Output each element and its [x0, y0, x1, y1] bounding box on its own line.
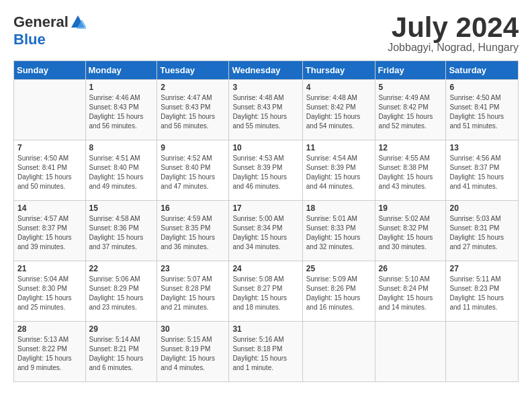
day-number: 15 — [89, 203, 154, 213]
daylight-text: Daylight: 15 hours and 56 minutes. — [89, 112, 154, 131]
col-saturday: Saturday — [446, 61, 519, 80]
day-number: 18 — [306, 203, 371, 213]
daylight-text: Daylight: 15 hours and 54 minutes. — [306, 112, 371, 131]
day-detail: Sunrise: 5:14 AM Sunset: 8:21 PM Dayligh… — [89, 335, 154, 373]
sunset-text: Sunset: 8:19 PM — [161, 345, 225, 354]
day-number: 31 — [232, 324, 298, 334]
sunset-text: Sunset: 8:43 PM — [89, 103, 154, 112]
day-detail: Sunrise: 4:54 AM Sunset: 8:39 PM Dayligh… — [306, 154, 371, 191]
day-number: 12 — [379, 143, 443, 152]
day-detail: Sunrise: 5:09 AM Sunset: 8:26 PM Dayligh… — [306, 275, 371, 312]
sunset-text: Sunset: 8:38 PM — [379, 163, 443, 173]
table-cell — [446, 322, 519, 382]
sunset-text: Sunset: 8:27 PM — [232, 284, 298, 293]
table-cell: 8 Sunrise: 4:51 AM Sunset: 8:40 PM Dayli… — [85, 140, 157, 201]
day-detail: Sunrise: 5:10 AM Sunset: 8:24 PM Dayligh… — [379, 275, 443, 312]
daylight-text: Daylight: 15 hours and 56 minutes. — [161, 112, 225, 131]
table-cell: 31 Sunrise: 5:16 AM Sunset: 8:18 PM Dayl… — [229, 322, 302, 382]
day-detail: Sunrise: 4:50 AM Sunset: 8:41 PM Dayligh… — [449, 93, 515, 131]
day-detail: Sunrise: 4:48 AM Sunset: 8:42 PM Dayligh… — [306, 93, 371, 131]
sunrise-text: Sunrise: 5:02 AM — [379, 214, 443, 224]
month-title: July 2024 — [388, 13, 519, 42]
day-number: 5 — [379, 83, 443, 92]
day-number: 29 — [89, 324, 154, 334]
sunset-text: Sunset: 8:28 PM — [161, 284, 225, 293]
day-detail: Sunrise: 4:55 AM Sunset: 8:38 PM Dayligh… — [379, 154, 443, 191]
page: General Blue July 2024 Jobbagyi, Nograd,… — [0, 0, 532, 396]
table-cell: 11 Sunrise: 4:54 AM Sunset: 8:39 PM Dayl… — [302, 140, 375, 201]
day-detail: Sunrise: 4:57 AM Sunset: 8:37 PM Dayligh… — [17, 214, 82, 252]
day-detail: Sunrise: 5:13 AM Sunset: 8:22 PM Dayligh… — [17, 335, 82, 373]
calendar-table: Sunday Monday Tuesday Wednesday Thursday… — [13, 60, 519, 382]
sunset-text: Sunset: 8:41 PM — [449, 103, 515, 112]
sunrise-text: Sunrise: 5:16 AM — [232, 335, 298, 345]
table-cell: 28 Sunrise: 5:13 AM Sunset: 8:22 PM Dayl… — [14, 322, 86, 382]
table-cell: 1 Sunrise: 4:46 AM Sunset: 8:43 PM Dayli… — [85, 80, 157, 140]
sunset-text: Sunset: 8:29 PM — [89, 284, 154, 293]
day-number: 22 — [89, 264, 154, 273]
day-detail: Sunrise: 4:52 AM Sunset: 8:40 PM Dayligh… — [161, 154, 225, 191]
sunrise-text: Sunrise: 4:52 AM — [161, 154, 225, 163]
sunrise-text: Sunrise: 5:01 AM — [306, 214, 371, 224]
daylight-text: Daylight: 15 hours and 30 minutes. — [379, 233, 443, 252]
day-detail: Sunrise: 4:59 AM Sunset: 8:35 PM Dayligh… — [161, 214, 225, 252]
sunset-text: Sunset: 8:40 PM — [89, 163, 154, 173]
table-cell — [302, 322, 375, 382]
daylight-text: Daylight: 15 hours and 32 minutes. — [306, 233, 371, 252]
table-cell: 9 Sunrise: 4:52 AM Sunset: 8:40 PM Dayli… — [157, 140, 229, 201]
day-number: 21 — [17, 264, 82, 273]
table-cell: 18 Sunrise: 5:01 AM Sunset: 8:33 PM Dayl… — [302, 201, 375, 261]
sunrise-text: Sunrise: 4:55 AM — [379, 154, 443, 163]
daylight-text: Daylight: 15 hours and 49 minutes. — [89, 173, 154, 191]
day-number: 4 — [306, 83, 371, 92]
table-cell: 30 Sunrise: 5:15 AM Sunset: 8:19 PM Dayl… — [157, 322, 229, 382]
day-number: 19 — [379, 203, 443, 213]
sunset-text: Sunset: 8:41 PM — [17, 163, 82, 173]
table-cell: 16 Sunrise: 4:59 AM Sunset: 8:35 PM Dayl… — [157, 201, 229, 261]
table-cell: 2 Sunrise: 4:47 AM Sunset: 8:43 PM Dayli… — [157, 80, 229, 140]
sunrise-text: Sunrise: 4:46 AM — [89, 93, 154, 103]
table-cell: 20 Sunrise: 5:03 AM Sunset: 8:31 PM Dayl… — [446, 201, 519, 261]
table-cell: 19 Sunrise: 5:02 AM Sunset: 8:32 PM Dayl… — [375, 201, 446, 261]
sunset-text: Sunset: 8:42 PM — [379, 103, 443, 112]
daylight-text: Daylight: 15 hours and 25 minutes. — [17, 293, 82, 312]
day-detail: Sunrise: 4:48 AM Sunset: 8:43 PM Dayligh… — [232, 93, 298, 131]
sunrise-text: Sunrise: 4:59 AM — [161, 214, 225, 224]
sunrise-text: Sunrise: 5:03 AM — [449, 214, 515, 224]
day-detail: Sunrise: 5:04 AM Sunset: 8:30 PM Dayligh… — [17, 275, 82, 312]
day-number: 30 — [161, 324, 225, 334]
day-detail: Sunrise: 5:15 AM Sunset: 8:19 PM Dayligh… — [161, 335, 225, 373]
day-number: 7 — [17, 143, 82, 152]
sunrise-text: Sunrise: 5:15 AM — [161, 335, 225, 345]
day-detail: Sunrise: 4:47 AM Sunset: 8:43 PM Dayligh… — [161, 93, 225, 131]
location-subtitle: Jobbagyi, Nograd, Hungary — [388, 42, 519, 54]
day-number: 13 — [449, 143, 515, 152]
sunset-text: Sunset: 8:39 PM — [306, 163, 371, 173]
sunrise-text: Sunrise: 5:04 AM — [17, 275, 82, 284]
sunrise-text: Sunrise: 5:08 AM — [232, 275, 298, 284]
logo-icon — [70, 14, 86, 30]
day-detail: Sunrise: 5:07 AM Sunset: 8:28 PM Dayligh… — [161, 275, 225, 312]
table-cell: 29 Sunrise: 5:14 AM Sunset: 8:21 PM Dayl… — [85, 322, 157, 382]
sunset-text: Sunset: 8:24 PM — [379, 284, 443, 293]
sunrise-text: Sunrise: 4:58 AM — [89, 214, 154, 224]
col-thursday: Thursday — [302, 61, 375, 80]
table-cell: 26 Sunrise: 5:10 AM Sunset: 8:24 PM Dayl… — [375, 261, 446, 322]
sunrise-text: Sunrise: 5:06 AM — [89, 275, 154, 284]
sunset-text: Sunset: 8:30 PM — [17, 284, 82, 293]
table-row: 1 Sunrise: 4:46 AM Sunset: 8:43 PM Dayli… — [14, 80, 519, 140]
sunrise-text: Sunrise: 4:49 AM — [379, 93, 443, 103]
table-cell: 13 Sunrise: 4:56 AM Sunset: 8:37 PM Dayl… — [446, 140, 519, 201]
sunrise-text: Sunrise: 4:56 AM — [449, 154, 515, 163]
daylight-text: Daylight: 15 hours and 27 minutes. — [449, 233, 515, 252]
day-detail: Sunrise: 5:00 AM Sunset: 8:34 PM Dayligh… — [232, 214, 298, 252]
sunset-text: Sunset: 8:26 PM — [306, 284, 371, 293]
day-number: 23 — [161, 264, 225, 273]
col-tuesday: Tuesday — [157, 61, 229, 80]
daylight-text: Daylight: 15 hours and 41 minutes. — [449, 173, 515, 191]
table-cell: 10 Sunrise: 4:53 AM Sunset: 8:39 PM Dayl… — [229, 140, 302, 201]
sunrise-text: Sunrise: 4:50 AM — [17, 154, 82, 163]
day-detail: Sunrise: 5:06 AM Sunset: 8:29 PM Dayligh… — [89, 275, 154, 312]
day-number: 25 — [306, 264, 371, 273]
table-cell: 22 Sunrise: 5:06 AM Sunset: 8:29 PM Dayl… — [85, 261, 157, 322]
